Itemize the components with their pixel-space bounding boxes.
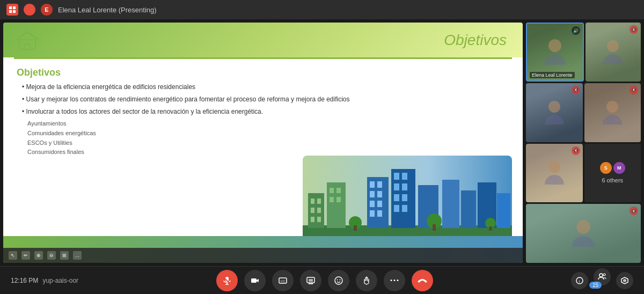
svg-rect-23 xyxy=(370,191,375,197)
svg-rect-11 xyxy=(311,208,314,213)
more-options-button[interactable] xyxy=(384,270,405,291)
svg-rect-2 xyxy=(9,10,12,13)
svg-rect-46 xyxy=(433,224,436,231)
bottom-left: 12:16 PM yup-aais-oor xyxy=(11,277,78,284)
svg-rect-1 xyxy=(13,6,16,9)
svg-point-70 xyxy=(603,274,605,276)
video-tile-4[interactable]: 🔇 xyxy=(584,83,641,142)
mic-icon-3: 🔇 xyxy=(572,86,580,94)
slide-logo-icon xyxy=(14,29,41,52)
svg-rect-60 xyxy=(309,279,313,282)
zoom-in-tool[interactable]: ⊕ xyxy=(34,251,43,260)
slide-frame: Objetivos Objetivos Mejora de la eficien… xyxy=(3,23,523,263)
video-tile-3[interactable]: 🔇 xyxy=(526,83,583,142)
camera-button[interactable] xyxy=(244,270,266,291)
svg-rect-33 xyxy=(402,183,407,190)
svg-rect-44 xyxy=(354,225,357,231)
svg-rect-28 xyxy=(377,210,382,217)
svg-rect-8 xyxy=(308,193,324,228)
raise-hand-button[interactable] xyxy=(356,270,377,291)
svg-rect-48 xyxy=(489,226,492,231)
bottom-bar: 12:16 PM yup-aais-oor CC xyxy=(0,266,644,294)
mic-icon-1: 🔊 xyxy=(572,26,580,35)
svg-rect-16 xyxy=(330,188,334,193)
captions-button[interactable]: CC xyxy=(272,270,294,291)
svg-text:i: i xyxy=(579,279,580,284)
svg-point-62 xyxy=(337,279,338,280)
svg-rect-5 xyxy=(25,44,30,49)
subbullet-1: Ayuntamientos xyxy=(27,119,509,129)
svg-rect-53 xyxy=(251,278,257,283)
svg-rect-32 xyxy=(394,183,399,190)
video-row-4: 🔇 xyxy=(526,204,641,263)
face-7 xyxy=(526,204,641,263)
main-content: Objetivos Objetivos Mejora de la eficien… xyxy=(0,19,644,266)
mic-button[interactable] xyxy=(216,270,238,291)
video-tile-1[interactable]: 🔊 Elena Leal Lorente xyxy=(526,23,584,82)
presenter-avatar: E xyxy=(41,4,53,16)
activities-button[interactable] xyxy=(616,272,633,289)
slide-header: Objetivos xyxy=(3,23,523,57)
subbullet-2: Comunidades energéticas xyxy=(27,129,509,138)
mic-icon-5: 🔇 xyxy=(572,146,580,155)
others-avatars: S M xyxy=(600,162,625,174)
svg-rect-27 xyxy=(370,210,375,217)
svg-rect-10 xyxy=(317,199,321,204)
slide-body: Objetivos Mejora de la eficiencia energé… xyxy=(3,59,523,165)
pen-tool[interactable]: ✏ xyxy=(21,251,30,260)
end-call-button[interactable] xyxy=(412,270,433,291)
video-row-1: 🔊 Elena Leal Lorente 🔇 xyxy=(526,23,641,82)
svg-rect-12 xyxy=(317,208,321,213)
video-row-3: 🔇 S M 6 others xyxy=(526,144,641,203)
emoji-button[interactable] xyxy=(328,270,349,291)
record-indicator xyxy=(24,4,35,16)
info-button[interactable]: i xyxy=(571,272,588,289)
others-count-label: 6 others xyxy=(602,177,623,183)
top-bar: E Elena Leal Lorente (Presenting) xyxy=(0,0,644,19)
svg-point-63 xyxy=(340,279,341,280)
slide-toolbar[interactable]: ↖ ✏ ⊕ ⊖ ⊞ … xyxy=(3,248,523,263)
tile-label-1: Elena Leal Lorente xyxy=(530,72,575,78)
others-avatar-m: M xyxy=(613,162,625,174)
bottom-right: i 15 xyxy=(571,268,633,293)
zoom-out-tool[interactable]: ⊖ xyxy=(47,251,56,260)
others-tile[interactable]: S M 6 others xyxy=(584,144,641,203)
mic-icon-4: 🔇 xyxy=(630,86,638,94)
svg-rect-25 xyxy=(370,201,375,207)
slide-section-title: Objetivos xyxy=(17,67,509,78)
svg-rect-13 xyxy=(311,217,314,222)
svg-rect-34 xyxy=(394,194,399,201)
svg-point-64 xyxy=(391,280,392,281)
slide-bullet-1: Mejora de la eficiencia energética de ed… xyxy=(17,83,509,92)
pointer-tool[interactable]: ↖ xyxy=(9,251,17,260)
app-icon xyxy=(6,4,18,16)
slide-title: Objetivos xyxy=(444,32,507,49)
svg-rect-9 xyxy=(311,199,314,204)
svg-rect-37 xyxy=(402,205,407,212)
svg-rect-17 xyxy=(336,188,341,193)
svg-rect-18 xyxy=(330,197,334,202)
svg-rect-24 xyxy=(377,191,382,197)
slide-city-illustration xyxy=(303,156,512,241)
svg-rect-40 xyxy=(461,190,476,228)
svg-rect-14 xyxy=(317,217,321,222)
video-panel: 🔊 Elena Leal Lorente 🔇 xyxy=(526,19,644,266)
participants-button-wrapper[interactable]: 15 xyxy=(594,268,611,293)
svg-rect-31 xyxy=(402,173,407,180)
present-button[interactable] xyxy=(300,270,321,291)
video-tile-5[interactable]: 🔇 xyxy=(526,144,583,203)
svg-marker-72 xyxy=(623,279,626,282)
svg-rect-42 xyxy=(497,193,510,228)
time-display: 12:16 PM xyxy=(11,277,38,284)
fit-tool[interactable]: ⊞ xyxy=(60,251,69,260)
video-tile-2[interactable]: 🔇 xyxy=(586,23,641,82)
slide-subbullets: Ayuntamientos Comunidades energéticas ES… xyxy=(17,119,509,157)
svg-point-61 xyxy=(335,277,342,284)
others-avatar-s: S xyxy=(600,162,612,174)
more-tools[interactable]: … xyxy=(73,251,82,260)
svg-rect-30 xyxy=(394,173,399,180)
svg-rect-39 xyxy=(442,180,459,228)
video-tile-7[interactable]: 🔇 xyxy=(526,204,641,263)
svg-text:CC: CC xyxy=(281,280,286,283)
svg-rect-21 xyxy=(370,181,375,188)
